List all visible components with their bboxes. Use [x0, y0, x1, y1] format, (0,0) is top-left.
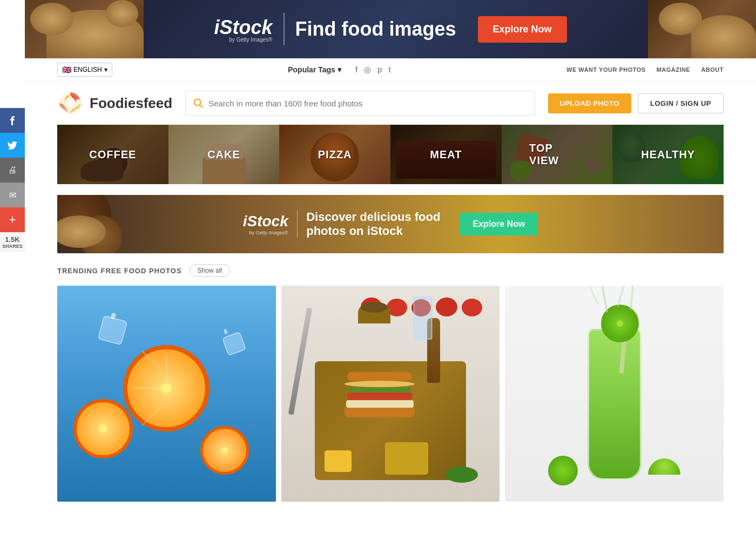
logo-area: Foodiesfeed: [57, 90, 172, 116]
category-pizza[interactable]: PIZZA: [279, 125, 390, 184]
knife: [288, 308, 312, 415]
svg-line-3: [200, 105, 202, 107]
photo-card-1[interactable]: [57, 286, 276, 502]
orange-large: [123, 345, 210, 431]
lime-bottom: [548, 456, 578, 485]
banner-logo: iStock by Getty Images®: [214, 16, 272, 43]
corn: [325, 450, 352, 472]
category-topview-label: TOP VIEW: [529, 142, 585, 167]
we-want-photos-link[interactable]: WE WANT YOUR PHOTOS: [566, 66, 646, 73]
category-pizza-label: PIZZA: [318, 148, 352, 161]
category-healthy[interactable]: HEALTHY: [612, 125, 724, 184]
facebook-share-button[interactable]: [0, 108, 25, 133]
photo-card-2[interactable]: [281, 286, 500, 502]
about-link[interactable]: ABOUT: [701, 66, 724, 73]
nav-right: WE WANT YOUR PHOTOS MAGAZINE ABOUT: [566, 66, 724, 73]
banner-cta-button[interactable]: Explore Now: [478, 16, 567, 43]
banner-headline: Find food images: [295, 18, 456, 40]
header-buttons: UPLOAD PHOTO LOGIN / SIGN UP: [548, 93, 724, 113]
photo-card-3[interactable]: [505, 286, 724, 502]
show-all-button[interactable]: Show all: [190, 264, 230, 277]
twitter-nav-icon[interactable]: t: [388, 65, 390, 75]
smoothie-glass: [588, 329, 642, 480]
share-count: 1.5K SHARES: [0, 232, 25, 252]
main-header: Foodiesfeed UPLOAD PHOTO LOGIN / SIGN UP: [25, 82, 756, 125]
photo-grid: [57, 286, 724, 502]
category-coffee[interactable]: COFFEE: [57, 125, 168, 184]
facebook-nav-icon[interactable]: f: [355, 65, 357, 75]
trending-header: TRENDING FREE FOOD PHOTOS Show all: [57, 264, 724, 277]
water-drop-2: [223, 328, 227, 334]
login-signup-button[interactable]: LOGIN / SIGN UP: [638, 93, 724, 113]
istock-logo-in-banner: iStock by Getty Images®: [243, 213, 288, 235]
fries: [385, 442, 428, 475]
instagram-nav-icon[interactable]: ◎: [364, 65, 371, 75]
istock-banner-text: Discover delicious food photos on iStock: [306, 210, 440, 238]
orange-small-left: [73, 399, 133, 458]
email-share-button[interactable]: ✉: [0, 183, 25, 207]
pinterest-nav-icon[interactable]: p: [377, 65, 382, 75]
greens: [446, 467, 478, 483]
category-grid: COFFEE CAKE PIZZA MEAT: [57, 125, 724, 184]
category-topview[interactable]: TOP VIEW: [502, 125, 613, 184]
navbar: 🇬🇧 ENGLISH ▾ Popular Tags ▾ f ◎ p t WE W…: [25, 58, 756, 82]
category-meat[interactable]: MEAT: [390, 125, 502, 184]
trending-section: TRENDING FREE FOOD PHOTOS Show all: [57, 264, 724, 502]
language-selector[interactable]: 🇬🇧 ENGLISH ▾: [57, 63, 112, 77]
category-cake-label: CAKE: [207, 148, 240, 161]
ice-cube: [98, 315, 127, 345]
print-share-button[interactable]: 🖨: [0, 158, 25, 183]
top-banner: iStock by Getty Images® Find food images…: [25, 0, 756, 58]
search-bar[interactable]: [185, 91, 535, 116]
burger: [342, 372, 417, 415]
category-meat-label: MEAT: [430, 148, 462, 161]
more-share-button[interactable]: +: [0, 207, 25, 232]
bowl: [358, 302, 390, 323]
orange-small-right: [200, 426, 249, 475]
water-splash: [561, 286, 669, 329]
search-input[interactable]: [208, 99, 526, 108]
svg-point-1: [68, 100, 73, 106]
twitter-share-button[interactable]: [0, 133, 25, 158]
banner-divider: [284, 13, 285, 45]
lime-half: [648, 458, 680, 475]
popular-tags-button[interactable]: Popular Tags ▾: [288, 65, 341, 74]
banner-content: iStock by Getty Images® Find food images…: [214, 13, 566, 45]
ice-cube-2: [222, 332, 246, 356]
istock-banner: iStock by Getty Images® Discover delicio…: [57, 195, 724, 253]
social-nav-icons: f ◎ p t: [355, 65, 391, 75]
category-cake[interactable]: CAKE: [168, 125, 280, 184]
site-logo-text: Foodiesfeed: [90, 95, 172, 112]
search-icon: [193, 98, 203, 108]
upload-photo-button[interactable]: UPLOAD PHOTO: [548, 93, 632, 113]
magazine-link[interactable]: MAGAZINE: [657, 66, 691, 73]
trending-title: TRENDING FREE FOOD PHOTOS: [57, 267, 182, 275]
logo-icon: [57, 90, 83, 116]
category-healthy-label: HEALTHY: [641, 148, 695, 161]
nav-left: 🇬🇧 ENGLISH ▾: [57, 63, 112, 77]
social-sidebar: 🖨 ✉ + 1.5K SHARES: [0, 108, 25, 252]
banner-vertical-line: [297, 211, 298, 238]
istock-explore-button[interactable]: Explore Now: [460, 213, 538, 235]
category-coffee-label: COFFEE: [89, 148, 136, 161]
nav-center: Popular Tags ▾ f ◎ p t: [288, 65, 390, 75]
glass: [414, 296, 433, 340]
